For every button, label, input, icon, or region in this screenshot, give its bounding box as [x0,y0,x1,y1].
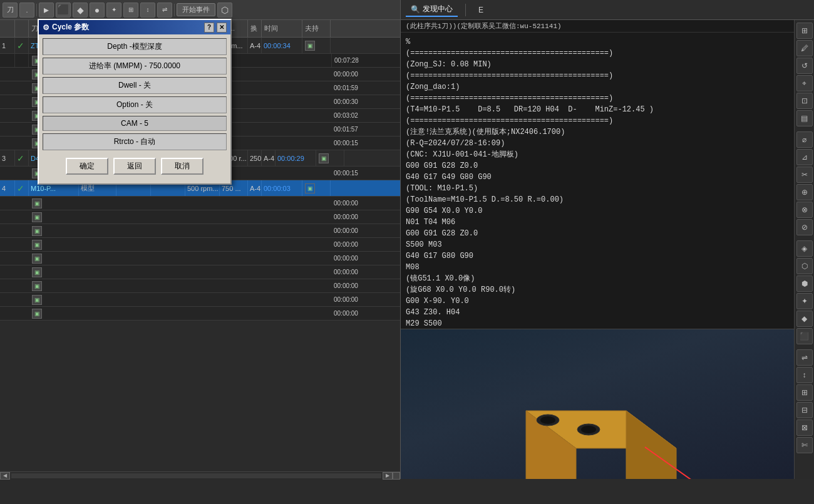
code-line: (旋G68 X0.0 Y0.0 R90.0转) [406,284,789,296]
discovery-label: 发现中心 [423,4,453,14]
side-icon-9[interactable]: ✂ [796,167,813,183]
code-line: (TOOL: M10-P1.5) [406,183,789,194]
toolbar-icon-8[interactable]: ⊞ [123,3,138,18]
confirm-button[interactable]: 确定 [66,158,108,175]
side-icon-11[interactable]: ⊗ [796,202,813,218]
code-panel[interactable]: %(======================================… [401,33,794,329]
row-num: 4 [0,180,15,196]
dialog-body: Depth -模型深度 进给率 (MMPM) - 750.0000 Dwell … [39,34,230,183]
sub-row: ▣ 00:00:00 [0,210,400,224]
toolbar-icon-3[interactable]: ▸ [39,3,54,18]
discovery-icon: 🔍 [411,5,420,14]
row-time: 00:00:34 [262,38,302,53]
back-button[interactable]: 返回 [113,158,156,175]
dialog-row-dwell[interactable]: Dwell - 关 [43,77,227,94]
code-line: (Zong_SJ: 0.08 MIN) [406,59,789,70]
side-icon-22[interactable]: ⊟ [796,402,813,418]
toolbar-icon-4[interactable]: ⬛ [56,3,71,18]
toolbar-icon-11[interactable]: ⬡ [217,3,232,18]
side-icon-6[interactable]: ▤ [796,110,813,126]
dialog-row-depth[interactable]: Depth -模型深度 [43,38,227,55]
dialog-row-option[interactable]: Option - 关 [43,96,227,113]
toolbar-icon-6[interactable]: ● [90,3,105,18]
side-icon-20[interactable]: ↕ [796,367,813,383]
dialog-buttons: 确定 返回 取消 [43,153,227,180]
dialog-title-text: Cycle 参数 [52,22,89,33]
side-strip: ⊞ 🖉 ↺ ⌖ ⊡ ▤ ⌀ ⊿ ✂ ⊕ ⊗ ⊘ ◈ ⬡ ⬢ ✦ ◆ ⬛ [794,20,814,479]
code-line: G43 Z30. H04 [406,307,789,318]
close-button[interactable]: ✕ [217,23,227,33]
row-extra: ▣ [316,150,344,166]
side-icon-7[interactable]: ⌀ [796,131,813,148]
side-icon-14[interactable]: ⬡ [796,258,813,274]
cancel-button[interactable]: 取消 [161,158,204,175]
svg-marker-2 [626,411,676,479]
side-icon-18[interactable]: ⬛ [796,328,813,344]
code-line: (镜G51.1 X0.0像) [406,273,789,284]
code-line: S500 M03 [406,239,789,250]
discovery-tab[interactable]: 🔍 发现中心 [406,3,458,17]
code-line: % [406,36,789,48]
side-icon-3[interactable]: ↺ [796,58,813,74]
sub-row: ▣ 00:00:00 [0,252,400,265]
col-header-huan: 换 [248,20,262,37]
discovery-bar: 🔍 发现中心 E [401,0,814,20]
code-line: G40 G17 G80 G90 [406,250,789,262]
code-line: (R-Q=2024/07/28-16:09) [406,138,789,149]
side-icon-24[interactable]: ✄ [796,437,813,453]
sub-row: ▣ 00:00:00 [0,307,400,321]
dialog-row-feed[interactable]: 进给率 (MMPM) - 750.0000 [43,58,227,75]
code-line: (=======================================… [406,48,789,59]
svg-point-7 [581,426,596,433]
side-icon-21[interactable]: ⊞ [796,384,813,401]
side-icon-17[interactable]: ◆ [796,311,813,327]
side-icon-15[interactable]: ⬢ [796,275,813,292]
dialog-row-cam[interactable]: CAM - 5 [43,116,227,131]
side-icon-23[interactable]: ⊠ [796,419,813,436]
row-huan: A-4 [248,180,262,196]
sub-row: ▣ 00:00:00 [0,279,400,293]
sub-row: ▣ 00:00:00 [0,224,400,238]
dialog-title-bar[interactable]: ⚙ Cycle 参数 ? ✕ [39,20,230,34]
col-header-check [15,20,29,37]
toolbar-icon-9[interactable]: ↕ [140,3,155,18]
toolbar-icon-2[interactable]: . [19,3,34,18]
side-icon-12[interactable]: ⊘ [796,219,813,235]
side-icon-1[interactable]: ⊞ [796,23,813,39]
code-line: G90 G54 X0.0 Y0.0 [406,205,789,217]
side-icon-8[interactable]: ⊿ [796,149,813,165]
viewport-svg: ZM ZC YM YC XC [401,329,794,479]
help-button[interactable]: ? [204,23,214,33]
side-icon-2[interactable]: 🖉 [796,40,813,56]
scroll-right-btn[interactable]: ▶ [383,472,393,480]
side-icon-19[interactable]: ⇌ [796,349,813,366]
sub-row: ▣ 00:00:00 [0,265,400,279]
tab-e[interactable]: E [473,4,488,16]
row-check: ✓ [15,180,29,196]
toolbar-icon-1[interactable]: 刀 [3,3,18,18]
scroll-left-btn[interactable]: ◀ [0,472,10,480]
side-icon-5[interactable]: ⊡ [796,93,813,109]
side-icon-16[interactable]: ✦ [796,293,813,309]
code-line: (=======================================… [406,115,789,126]
dialog-window: ⚙ Cycle 参数 ? ✕ Depth -模型深度 进给率 (MMPM) - … [38,19,232,185]
toolbar-icon-5[interactable]: ◆ [73,3,88,18]
toolbar-icon-10[interactable]: ⇌ [157,3,172,18]
code-line: M29 S500 [406,318,789,329]
top-code-line: (此柱序共1刀))(定制联系吴工微信:wu-521141) [401,20,794,33]
corner-btn[interactable] [393,472,400,480]
code-line: G00 X-90. Y0.0 [406,296,789,307]
viewport-3d: ZM ZC YM YC XC [401,329,794,479]
sub-row: ▣ 00:00:00 [0,238,400,252]
dialog-row-rtrcto[interactable]: Rtrcto - 自动 [43,133,227,150]
row-num: 3 [0,150,15,166]
bottom-scrollbar[interactable]: ◀ ▶ [0,471,400,479]
row-group: A-4 [262,150,276,166]
col-header-extra: 夫持 [302,20,331,37]
side-icon-4[interactable]: ⌖ [796,75,813,91]
scroll-track[interactable] [11,473,381,478]
toolbar-icon-7[interactable]: ✦ [106,3,121,18]
start-event-btn[interactable]: 开始事件 [177,3,215,16]
side-icon-13[interactable]: ◈ [796,240,813,257]
side-icon-10[interactable]: ⊕ [796,184,813,200]
